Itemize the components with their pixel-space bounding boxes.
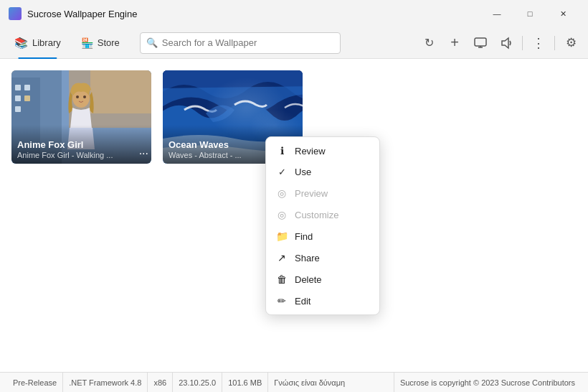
menu-label-customize: Customize <box>295 210 338 220</box>
status-framework: .NET Framework 4.8 <box>63 373 148 392</box>
menu-label-preview: Preview <box>295 188 328 199</box>
menu-label-edit: Edit <box>295 296 310 307</box>
store-label: Store <box>98 37 120 48</box>
store-icon: 🏪 <box>81 37 93 49</box>
anime-card-label: Anime Fox Girl Anime Fox Girl - Walking … <box>11 125 151 164</box>
toolbar-divider-2 <box>554 36 555 50</box>
edit-icon: ✏ <box>276 295 288 307</box>
menu-item-share[interactable]: ↗ Share <box>266 247 379 269</box>
statusbar: Pre-Release .NET Framework 4.8 x86 23.10… <box>0 372 588 392</box>
menu-label-use: Use <box>295 167 311 177</box>
more-button[interactable]: ⋮ <box>527 32 550 55</box>
toolbar-actions: ↻ + ⋮ ⚙ <box>417 32 582 55</box>
search-icon: 🔍 <box>146 37 158 48</box>
audio-button[interactable] <box>495 32 518 55</box>
menu-item-customize: ◎ Customize <box>266 204 379 225</box>
share-icon: ↗ <box>276 252 288 263</box>
app-title: Sucrose Wallpaper Engine <box>27 9 480 19</box>
wallpaper-thumb-anime: Anime Fox Girl Anime Fox Girl - Walking … <box>11 70 151 164</box>
display-icon <box>474 37 487 50</box>
status-version: 23.10.25.0 <box>173 373 222 392</box>
search-input[interactable] <box>162 37 334 48</box>
svg-rect-8 <box>90 70 151 113</box>
search-bar: 🔍 <box>140 32 341 54</box>
display-button[interactable] <box>469 32 492 55</box>
find-icon: 📁 <box>276 230 288 242</box>
menu-item-use[interactable]: ✓ Use <box>266 162 379 182</box>
menu-item-review[interactable]: ℹ Review <box>266 140 379 162</box>
menu-label-review: Review <box>295 146 326 157</box>
svg-rect-11 <box>15 95 21 101</box>
window-controls: — □ ✕ <box>480 0 579 27</box>
menu-item-preview: ◎ Preview <box>266 182 379 204</box>
svg-marker-3 <box>502 38 508 48</box>
anime-card-name: Anime Fox Girl <box>17 139 146 150</box>
svg-rect-12 <box>24 95 30 101</box>
add-button[interactable]: + <box>443 32 466 55</box>
refresh-button[interactable]: ↻ <box>417 32 440 55</box>
menu-label-delete: Delete <box>295 274 322 285</box>
menu-label-find: Find <box>295 231 313 242</box>
app-icon <box>9 7 22 20</box>
menu-item-edit[interactable]: ✏ Edit <box>266 290 379 312</box>
preview-icon: ◎ <box>276 187 288 199</box>
main-content: Anime Fox Girl Anime Fox Girl - Walking … <box>0 59 588 372</box>
anime-card-menu-button[interactable]: ··· <box>139 148 148 159</box>
tab-store[interactable]: 🏪 Store <box>72 32 128 55</box>
status-memory: 101.6 MB <box>222 373 268 392</box>
minimize-button[interactable]: — <box>480 0 513 27</box>
svg-point-15 <box>76 95 79 98</box>
titlebar: Sucrose Wallpaper Engine — □ ✕ <box>0 0 588 27</box>
wallpaper-card-anime[interactable]: Anime Fox Girl Anime Fox Girl - Walking … <box>11 70 151 164</box>
status-copyright: Sucrose is copyright © 2023 Sucrose Cont… <box>394 373 581 392</box>
review-icon: ℹ <box>276 145 288 157</box>
check-icon: ✓ <box>276 167 288 177</box>
library-label: Library <box>32 37 61 48</box>
maximize-button[interactable]: □ <box>513 0 546 27</box>
customize-icon: ◎ <box>276 209 288 220</box>
status-motto: Γνώσις είναι δύναμη <box>268 373 394 392</box>
anime-card-sub: Anime Fox Girl - Walking ... <box>17 151 146 159</box>
library-icon: 📚 <box>14 37 28 50</box>
audio-icon <box>500 37 513 50</box>
menu-item-find[interactable]: 📁 Find <box>266 225 379 247</box>
tab-library[interactable]: 📚 Library <box>6 32 70 55</box>
menu-item-delete[interactable]: 🗑 Delete <box>266 269 379 290</box>
status-prerelease: Pre-Release <box>7 373 63 392</box>
status-arch: x86 <box>148 373 173 392</box>
svg-rect-10 <box>24 85 30 90</box>
toolbar: 📚 Library 🏪 Store 🔍 ↻ + ⋮ ⚙ <box>0 27 588 59</box>
svg-rect-13 <box>15 106 21 112</box>
delete-icon: 🗑 <box>276 274 288 285</box>
settings-button[interactable]: ⚙ <box>559 32 582 55</box>
svg-rect-9 <box>15 85 21 90</box>
toolbar-divider <box>522 36 523 50</box>
close-button[interactable]: ✕ <box>546 0 579 27</box>
svg-point-16 <box>83 95 86 98</box>
menu-label-share: Share <box>295 253 320 263</box>
svg-rect-0 <box>475 38 486 46</box>
context-menu: ℹ Review ✓ Use ◎ Preview ◎ Customize 📁 F… <box>265 136 380 315</box>
